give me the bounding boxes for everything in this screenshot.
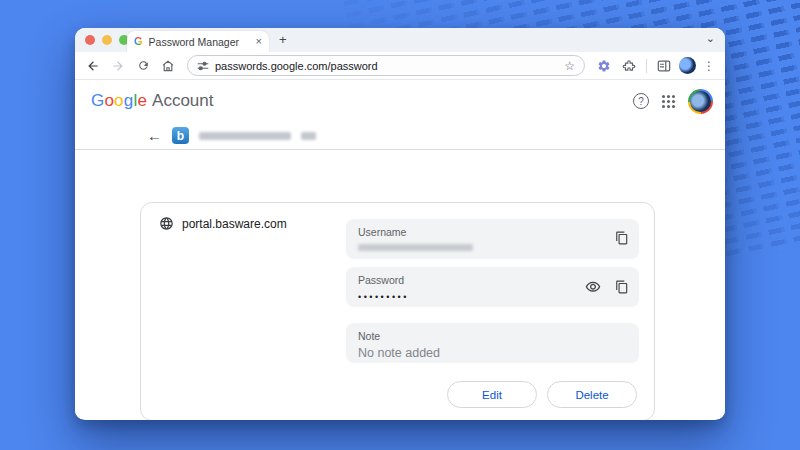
tab-title: Password Manager [149, 36, 250, 48]
reload-icon[interactable] [133, 56, 153, 76]
toolbar-divider [646, 59, 647, 73]
copy-password-icon[interactable] [615, 280, 629, 294]
back-icon[interactable] [83, 56, 103, 76]
browser-menu-icon[interactable]: ⋮ [701, 60, 717, 72]
minimize-window-button[interactable] [102, 35, 112, 45]
username-field: Username [346, 219, 639, 259]
back-arrow-icon[interactable]: ← [147, 128, 162, 143]
globe-icon [159, 216, 174, 231]
extensions-puzzle-icon[interactable] [619, 56, 639, 76]
browser-window: G Password Manager × + ⌄ [75, 28, 725, 420]
password-field: Password ••••••••• [346, 267, 639, 307]
note-field: Note No note added [346, 323, 639, 363]
redacted-site-title-2 [301, 132, 316, 140]
username-label: Username [358, 225, 627, 239]
show-password-eye-icon[interactable] [585, 279, 601, 295]
note-label: Note [358, 329, 627, 343]
redacted-site-title [199, 132, 291, 140]
edit-button[interactable]: Edit [447, 381, 537, 408]
new-tab-button[interactable]: + [279, 33, 287, 46]
home-icon[interactable] [158, 56, 178, 76]
bookmark-star-icon[interactable]: ☆ [564, 60, 575, 72]
url-text[interactable]: passwords.google.com/password [215, 60, 558, 72]
desktop: G Password Manager × + ⌄ [0, 0, 800, 450]
header-divider [75, 149, 725, 150]
password-manager-page: Google Account ? ← b [75, 80, 725, 419]
redacted-username-value [358, 244, 473, 251]
tab-close-icon[interactable]: × [256, 36, 262, 47]
google-logo: Google [91, 91, 147, 111]
settings-gear-icon[interactable] [594, 56, 614, 76]
delete-button[interactable]: Delete [547, 381, 637, 408]
site-settings-icon[interactable] [197, 60, 209, 72]
browser-toolbar: passwords.google.com/password ☆ ⋮ [75, 52, 725, 80]
account-avatar[interactable] [688, 89, 713, 114]
window-controls [85, 35, 129, 45]
site-title-row: ← b [75, 122, 725, 149]
google-favicon-icon: G [134, 36, 143, 47]
site-favicon: b [172, 127, 189, 144]
password-detail-card: portal.basware.com Username Password •••… [140, 202, 655, 420]
close-window-button[interactable] [85, 35, 95, 45]
account-label: Account [152, 91, 213, 111]
google-account-header: Google Account ? [75, 80, 725, 122]
side-panel-icon[interactable] [654, 56, 674, 76]
site-origin: portal.basware.com [182, 217, 287, 231]
tab-strip: G Password Manager × + ⌄ [75, 28, 725, 52]
copy-username-icon[interactable] [615, 231, 629, 245]
tab-list-chevron-icon[interactable]: ⌄ [706, 32, 715, 45]
note-value: No note added [358, 345, 627, 361]
google-apps-grid-icon[interactable] [662, 95, 675, 108]
browser-tab[interactable]: G Password Manager × [127, 31, 269, 52]
address-bar[interactable]: passwords.google.com/password ☆ [187, 55, 585, 76]
forward-icon[interactable] [108, 56, 128, 76]
help-icon[interactable]: ? [633, 93, 649, 109]
browser-profile-avatar[interactable] [679, 57, 696, 74]
